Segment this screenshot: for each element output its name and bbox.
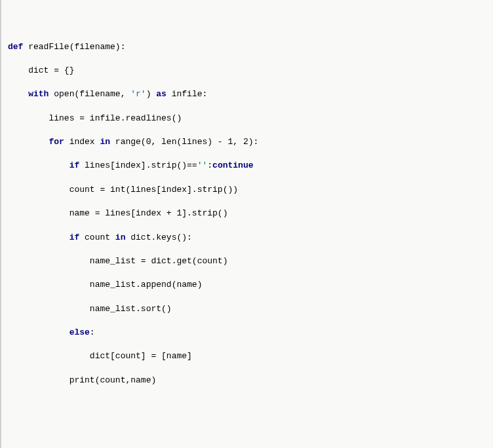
code-line: name_list.append(name) [8,279,488,291]
txt: infile: [167,89,207,99]
code-line: lines = infile.readlines() [8,113,488,124]
txt: lines[index].strip()== [79,160,197,170]
keyword-in: in [100,137,110,147]
stmt: name_list.sort() [90,304,172,314]
stmt: count = int(lines[index].strip()) [69,185,238,195]
code-line: else: [8,327,488,339]
stmt: dict = {} [28,65,74,75]
stmt: lines = infile.readlines() [49,113,182,123]
stmt: print(count,name) [69,375,157,385]
txt: dict.keys(): [125,233,191,242]
string-literal: 'r' [130,89,146,99]
blank-line [8,398,488,410]
keyword-if: if [69,160,80,170]
keyword-if: if [69,233,80,242]
code-line: name_list.sort() [8,303,488,315]
keyword-with: with [28,89,49,99]
stmt: name_list.append(name) [90,280,203,289]
keyword-else: else [69,327,90,337]
stmt: name = lines[index + 1].strip() [69,208,228,218]
code-line: if lines[index].strip()=='':continue [8,160,488,172]
code-line: dict = {} [8,65,488,77]
func-name: readFile [28,42,69,52]
txt: range(0, len(lines) - 1, 2): [110,137,258,147]
keyword-as: as [156,89,167,99]
txt: index [64,137,100,147]
code-line: for index in range(0, len(lines) - 1, 2)… [8,136,488,148]
params: (filename): [69,42,126,52]
keyword-continue: continue [212,160,253,170]
code-line: name_list = dict.get(count) [8,255,488,267]
code-line: name = lines[index + 1].strip() [8,208,488,219]
stmt: name_list = dict.get(count) [90,256,228,266]
txt: open(filename, [49,89,130,99]
blank-line [8,422,488,434]
keyword-in: in [115,233,126,242]
code-line: count = int(lines[index].strip()) [8,184,488,196]
colon: : [207,160,212,170]
txt: count [79,233,115,242]
stmt: dict[count] = [name] [90,351,192,361]
code-line: def readFile(filename): [8,41,488,53]
colon: : [90,327,95,337]
keyword-for: for [49,137,64,147]
string-literal: '' [197,160,208,170]
keyword-def: def [8,42,23,52]
code-line: with open(filename, 'r') as infile: [8,88,488,100]
code-line: print(count,name) [8,375,488,386]
code-line: dict[count] = [name] [8,350,488,362]
code-line: if count in dict.keys(): [8,232,488,244]
